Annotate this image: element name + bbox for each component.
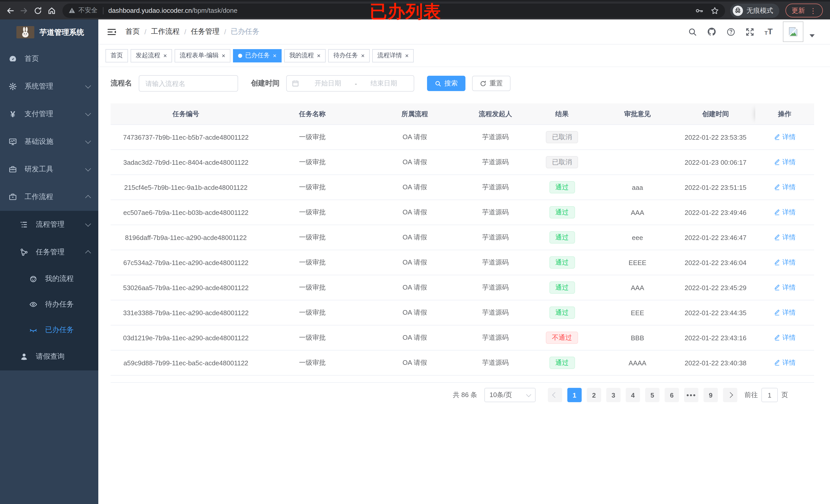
chevron-up-icon <box>85 195 91 201</box>
detail-button[interactable]: 详情 <box>774 358 796 367</box>
sidebar-item-label: 已办任务 <box>45 326 74 335</box>
cell-task-id: 74736737-7b9b-11ec-b5b7-acde48001122 <box>110 125 261 150</box>
sidebar-item-process-management[interactable]: 流程管理 <box>0 211 98 238</box>
browser-reload-button[interactable] <box>32 3 43 18</box>
col-actions: 操作 <box>755 103 814 125</box>
page-size-select[interactable]: 10条/页 <box>484 388 536 402</box>
breadcrumb-home[interactable]: 首页 <box>125 27 140 36</box>
sidebar-logo-row[interactable]: 芋道管理系统 <box>0 20 98 45</box>
cell-comment <box>599 125 676 150</box>
close-icon[interactable] <box>273 53 277 59</box>
search-button[interactable]: 搜索 <box>427 76 466 91</box>
tab-process-detail[interactable]: 流程详情 <box>372 49 414 62</box>
forward-arrow-icon <box>20 6 28 14</box>
font-size-icon[interactable]: TT <box>764 28 773 36</box>
cell-starter: 芋道源码 <box>466 350 525 375</box>
sidebar-item-my-process[interactable]: 我的流程 <box>0 266 98 292</box>
search-icon[interactable] <box>688 27 697 36</box>
page-number-button[interactable]: 6 <box>665 388 679 402</box>
github-icon[interactable] <box>707 27 716 36</box>
saved-passwords-key-icon[interactable] <box>695 6 704 14</box>
browser-home-button[interactable] <box>45 3 57 18</box>
avatar[interactable] <box>783 22 803 42</box>
detail-button[interactable]: 详情 <box>774 158 796 167</box>
page-number-button[interactable]: 9 <box>704 388 718 402</box>
cell-starter: 芋道源码 <box>466 175 525 200</box>
process-name-label: 流程名 <box>110 79 132 88</box>
next-page-button[interactable] <box>723 388 737 402</box>
result-badge: 通过 <box>549 231 575 243</box>
collapse-sidebar-button[interactable] <box>107 28 116 36</box>
close-icon[interactable] <box>317 53 321 59</box>
fullscreen-icon[interactable] <box>745 27 754 36</box>
goto-page-input[interactable] <box>761 388 778 402</box>
breadcrumb-task-management[interactable]: 任务管理 <box>191 27 220 36</box>
process-name-input[interactable] <box>139 75 238 92</box>
detail-button[interactable]: 详情 <box>774 208 796 217</box>
home-icon <box>47 6 56 14</box>
sidebar-item-task-management[interactable]: 任务管理 <box>0 238 98 266</box>
page-number-button[interactable]: 1 <box>567 388 582 402</box>
breadcrumb-workflow[interactable]: 工作流程 <box>151 27 180 36</box>
sidebar-item-payment[interactable]: ¥ 支付管理 <box>0 100 98 128</box>
detail-button[interactable]: 详情 <box>774 183 796 192</box>
browser-back-button[interactable] <box>4 3 16 18</box>
close-icon[interactable] <box>222 53 225 59</box>
detail-button[interactable]: 详情 <box>774 133 796 142</box>
tab-start-process[interactable]: 发起流程 <box>131 49 172 62</box>
bookmark-star-icon[interactable] <box>711 6 719 14</box>
page-number-button[interactable]: 4 <box>626 388 640 402</box>
sidebar-item-system[interactable]: 系统管理 <box>0 73 98 100</box>
page-number-button[interactable]: 3 <box>606 388 620 402</box>
sidebar-item-home[interactable]: 首页 <box>0 45 98 73</box>
detail-button[interactable]: 详情 <box>774 258 796 267</box>
chevron-down-icon <box>85 82 91 89</box>
close-icon[interactable] <box>163 53 167 59</box>
cell-result: 已取消 <box>525 150 599 175</box>
broken-image-icon <box>788 26 799 37</box>
cell-actions: 详情 <box>755 350 814 375</box>
sidebar-item-devtools[interactable]: 研发工具 <box>0 156 98 183</box>
cell-comment: BBB <box>599 325 676 350</box>
sidebar-item-infrastructure[interactable]: 基础设施 <box>0 128 98 156</box>
sidebar-item-workflow[interactable]: 工作流程 <box>0 183 98 211</box>
tab-todo-tasks[interactable]: 待办任务 <box>328 49 370 62</box>
detail-button[interactable]: 详情 <box>774 233 796 242</box>
chevron-down-icon <box>85 110 91 116</box>
close-icon[interactable] <box>405 53 409 59</box>
reset-button[interactable]: 重置 <box>472 76 510 91</box>
browser-update-button[interactable]: 更新 ⋮ <box>786 4 823 18</box>
create-time-range-picker[interactable]: 开始日期 - 结束日期 <box>286 75 414 92</box>
cell-result: 通过 <box>525 250 599 275</box>
breadcrumb-separator: / <box>145 28 147 36</box>
page-number-button[interactable]: 2 <box>587 388 601 402</box>
sidebar-item-done-tasks[interactable]: 已办任务 <box>0 317 98 343</box>
prev-page-button[interactable] <box>548 388 562 402</box>
pencil-icon <box>774 234 780 241</box>
detail-button[interactable]: 详情 <box>774 308 796 317</box>
cell-result: 通过 <box>525 350 599 375</box>
app-logo <box>17 26 34 38</box>
url-bar[interactable]: 不安全 dashboard.yudao.iocoder.cn/bpm/task/… <box>62 3 725 18</box>
briefcase-icon <box>9 193 17 201</box>
table-row: 3adac3d2-7b9d-11ec-8404-acde48001122 一级审… <box>110 150 814 175</box>
sidebar-item-todo-tasks[interactable]: 待办任务 <box>0 292 98 317</box>
pencil-icon <box>774 209 780 216</box>
browser-menu-dots-icon[interactable]: ⋮ <box>809 7 817 14</box>
start-date-placeholder: 开始日期 <box>303 79 353 88</box>
detail-button[interactable]: 详情 <box>774 283 796 292</box>
tab-my-process[interactable]: 我的流程 <box>284 49 326 62</box>
browser-forward-button[interactable] <box>18 3 30 18</box>
close-icon[interactable] <box>361 53 364 59</box>
detail-button[interactable]: 详情 <box>774 333 796 342</box>
page-number-button[interactable]: 5 <box>645 388 660 402</box>
cell-process: OA 请假 <box>363 225 466 250</box>
caret-down-icon[interactable] <box>809 34 815 37</box>
tab-done-tasks[interactable]: 已办任务 <box>233 49 282 62</box>
page-number-button[interactable]: ●●● <box>684 388 698 402</box>
sidebar-item-leave-query[interactable]: 请假查询 <box>0 343 98 370</box>
tab-process-form-edit[interactable]: 流程表单-编辑 <box>174 49 230 62</box>
cell-result: 通过 <box>525 225 599 250</box>
help-icon[interactable] <box>727 27 735 36</box>
tab-home[interactable]: 首页 <box>105 49 128 62</box>
